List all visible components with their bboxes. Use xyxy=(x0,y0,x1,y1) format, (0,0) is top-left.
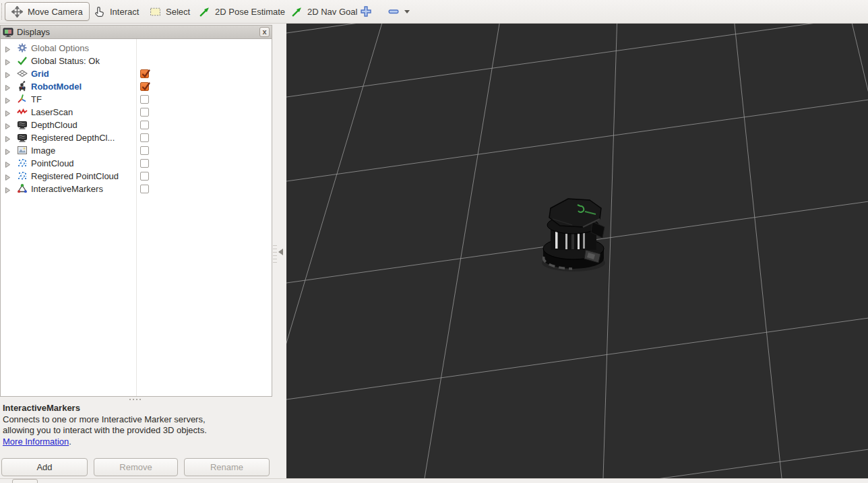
display-name[interactable]: LaserScan xyxy=(31,106,135,118)
depthcloud-icon xyxy=(17,119,28,130)
display-row-depthcloud: DepthCloud xyxy=(1,119,272,131)
description-link-line: More Information. xyxy=(3,437,270,448)
image-icon xyxy=(17,145,28,156)
display-row-pointcloud: PointCloud xyxy=(1,157,272,170)
display-enabled-checkbox[interactable] xyxy=(140,121,149,129)
add-display-button[interactable]: Add xyxy=(1,458,88,476)
more-information-link[interactable]: More Information xyxy=(3,437,69,447)
close-panel-button[interactable]: x xyxy=(259,27,270,37)
display-name[interactable]: RobotModel xyxy=(31,81,135,92)
turtlebot-robot-model xyxy=(533,193,617,278)
expander-arrow-icon[interactable] xyxy=(5,109,11,115)
display-enabled-checkbox[interactable] xyxy=(140,146,149,155)
tool-2d-pose-estimate[interactable]: 2D Pose Estimate xyxy=(193,2,291,21)
display-row-tf: TF xyxy=(1,93,272,106)
remove-display-button[interactable]: Remove xyxy=(94,458,178,476)
render-viewport-3d[interactable] xyxy=(286,24,868,478)
display-enabled-checkbox[interactable] xyxy=(140,69,149,78)
panel-title: Displays xyxy=(17,27,50,37)
description-title: InteractiveMarkers xyxy=(3,403,270,414)
expander-arrow-icon[interactable] xyxy=(5,71,11,77)
display-name[interactable]: Image xyxy=(31,145,135,156)
display-enabled-checkbox[interactable] xyxy=(140,185,149,193)
tool-2d-nav-goal[interactable]: 2D Nav Goal xyxy=(285,2,363,21)
gear-icon xyxy=(17,42,28,53)
move-camera-icon xyxy=(11,6,23,18)
display-enabled-checkbox[interactable] xyxy=(140,95,149,104)
display-row-robotmodel: RobotModel xyxy=(1,80,272,93)
check-icon xyxy=(17,55,28,66)
monitor-icon xyxy=(3,27,13,38)
remove-tool-button[interactable] xyxy=(388,5,400,18)
tool-interact[interactable]: Interact xyxy=(88,2,145,21)
select-box-icon xyxy=(150,6,161,18)
bottom-panel-strip xyxy=(0,478,868,483)
display-row-global-options: Global Options xyxy=(1,42,272,55)
expander-arrow-icon[interactable] xyxy=(5,173,11,179)
display-name[interactable]: Global Status: Ok xyxy=(31,55,135,67)
display-row-global-status-ok: Global Status: Ok xyxy=(1,55,272,67)
expander-arrow-icon[interactable] xyxy=(5,122,11,128)
chevron-down-icon[interactable] xyxy=(404,10,410,13)
expander-arrow-icon[interactable] xyxy=(5,96,11,102)
display-name[interactable]: Registered PointCloud xyxy=(31,170,135,182)
expander-arrow-icon[interactable] xyxy=(5,84,11,90)
tool-label: 2D Nav Goal xyxy=(307,7,357,17)
expander-arrow-icon[interactable] xyxy=(5,186,11,192)
expander-arrow-icon[interactable] xyxy=(5,148,11,154)
rename-display-button[interactable]: Rename xyxy=(184,458,270,476)
tf-axes-icon xyxy=(17,94,28,104)
expander-arrow-icon[interactable] xyxy=(5,58,11,64)
display-description-panel: InteractiveMarkers Connects to one or mo… xyxy=(0,402,272,451)
display-enabled-checkbox[interactable] xyxy=(140,133,149,142)
main-toolbar: Move CameraInteractSelect2D Pose Estimat… xyxy=(0,0,868,24)
expander-arrow-icon[interactable] xyxy=(5,45,11,51)
displays-panel-header[interactable]: Displays x xyxy=(1,26,272,39)
display-name[interactable]: InteractiveMarkers xyxy=(31,183,135,195)
displays-panel: Displays x Global OptionsGlobal Status: … xyxy=(0,25,272,397)
splitter-grip-icon xyxy=(129,399,143,400)
robot-icon xyxy=(17,81,28,92)
pointcloud-icon xyxy=(17,170,28,181)
pose-arrow-icon xyxy=(199,6,210,18)
display-row-image: Image xyxy=(1,144,272,157)
expander-arrow-icon[interactable] xyxy=(5,135,11,141)
display-row-grid: Grid xyxy=(1,67,272,80)
display-name[interactable]: Global Options xyxy=(31,42,135,54)
display-name[interactable]: TF xyxy=(31,94,135,105)
collapse-panel-arrow-icon[interactable] xyxy=(278,249,283,255)
display-row-interactivemarkers: InteractiveMarkers xyxy=(1,183,272,195)
display-enabled-checkbox[interactable] xyxy=(140,172,149,181)
gutter-grip-icon xyxy=(273,243,277,263)
display-name[interactable]: PointCloud xyxy=(31,158,135,169)
expander-arrow-icon[interactable] xyxy=(5,160,11,166)
tool-label: Move Camera xyxy=(28,7,83,17)
display-row-laserscan: LaserScan xyxy=(1,106,272,119)
grid-icon xyxy=(17,68,28,79)
displays-tree: Global OptionsGlobal Status: OkGridRobot… xyxy=(1,39,272,396)
display-name[interactable]: DepthCloud xyxy=(31,119,135,131)
display-enabled-checkbox[interactable] xyxy=(140,159,149,168)
display-name[interactable]: Grid xyxy=(31,68,135,79)
partial-button[interactable] xyxy=(12,479,38,483)
display-row-registered-pointcloud: Registered PointCloud xyxy=(1,170,272,183)
display-row-registered-depthcl-: Registered DepthCl... xyxy=(1,131,272,144)
display-name[interactable]: Registered DepthCl... xyxy=(31,132,135,143)
nav-arrow-icon xyxy=(291,6,303,18)
display-enabled-checkbox[interactable] xyxy=(140,108,149,117)
tool-label: Select xyxy=(166,7,190,17)
description-line: Connects to one or more Interactive Mark… xyxy=(3,414,270,426)
link-suffix: . xyxy=(69,437,71,447)
depthcloud-icon xyxy=(17,132,28,143)
interactive-markers-icon xyxy=(17,183,28,194)
laserscan-icon xyxy=(17,106,28,117)
pointcloud-icon xyxy=(17,158,28,168)
tool-move-camera[interactable]: Move Camera xyxy=(5,2,90,21)
description-line: allowing you to interact with the provid… xyxy=(3,425,270,437)
tool-label: 2D Pose Estimate xyxy=(215,7,285,17)
panel-splitter[interactable] xyxy=(0,397,272,402)
tool-select[interactable]: Select xyxy=(144,2,196,21)
display-enabled-checkbox[interactable] xyxy=(140,82,149,91)
interact-hand-icon xyxy=(94,6,105,18)
tool-label: Interact xyxy=(110,7,139,17)
